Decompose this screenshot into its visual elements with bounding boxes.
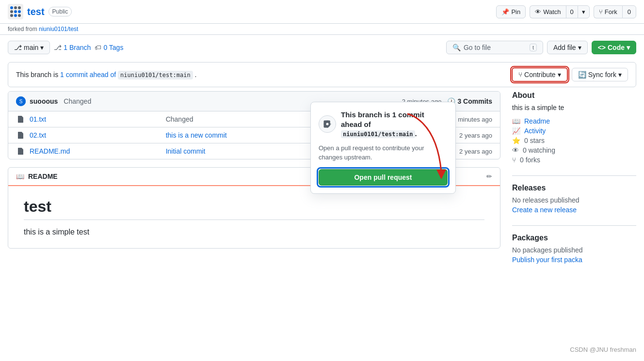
watch-main-button[interactable]: 👁 Watch [530,5,565,18]
about-title: About [512,91,636,100]
create-release-link[interactable]: Create a new release [512,206,577,214]
file-name-01[interactable]: 01.txt [30,115,162,123]
sidebar-forks: ⑂ 0 forks [512,156,636,164]
commit-link-readme[interactable]: Initial commit [166,147,206,155]
book-icon-sm: 📖 [512,117,520,125]
activity-icon: 📈 [512,127,520,135]
contribute-button[interactable]: ⑂ Contribute ▾ [512,67,568,82]
sidebar-readme-link: 📖 Readme [512,117,636,125]
branch-selector[interactable]: ⎇ main ▾ [8,41,50,54]
tags-info: 🏷 0 Tags [95,44,123,51]
svg-point-8 [14,14,17,17]
forks-count: 0 forks [520,156,540,164]
sidebar-activity-link: 📈 Activity [512,127,636,135]
dropdown-description: Open a pull request to contribute your c… [319,143,448,162]
open-pull-request-button[interactable]: Open pull request [319,169,448,186]
file-icon [16,115,26,123]
sidebar-about: About this is a simple te 📖 Readme 📈 Act… [512,91,636,164]
file-name-02[interactable]: 02.txt [30,131,162,139]
svg-text:S: S [19,99,23,104]
commit-message: Changed [64,97,91,105]
open-pr-wrapper: Open pull request [319,169,448,186]
sidebar-divider-2 [512,225,636,226]
publish-package-link[interactable]: Publish your first packa [512,256,582,264]
code-caret: ▾ [627,44,630,51]
branch-icon-2: ⎇ [54,44,62,51]
readme-heading: test [24,198,484,220]
commit-avatar: S [16,96,26,106]
contribute-caret: ▾ [558,71,561,78]
sidebar-divider-1 [512,175,636,176]
svg-point-12 [326,123,329,126]
fork-button-group: ⑂ Fork 0 [594,5,636,18]
readme-edit-button[interactable]: ✏ [486,173,492,180]
stars-count: 0 stars [524,137,545,144]
svg-point-2 [14,6,17,9]
banner-actions: ⑂ Contribute ▾ 🔄 Sync fork ▾ [512,67,628,82]
activity-link[interactable]: Activity [524,127,546,135]
dropdown-header: This branch is 1 commit ahead of niuniu0… [319,110,448,139]
file-name-readme[interactable]: README.md [30,147,162,155]
sidebar-packages: Packages No packages published Publish y… [512,234,636,264]
branch-banner: This branch is 1 commit ahead of niuniu0… [8,62,636,87]
readme-link[interactable]: Readme [524,117,550,125]
releases-title: Releases [512,184,636,192]
repo-sidebar: About this is a simple te 📖 Readme 📈 Act… [500,91,636,275]
tags-count-link[interactable]: 0 Tags [103,44,123,51]
book-icon: 📖 [16,173,24,180]
watching-count: 0 watching [523,146,555,154]
fork-main-button[interactable]: ⑂ Fork [594,5,622,18]
add-file-caret: ▾ [578,44,581,51]
branch-caret: ▾ [40,44,44,51]
dropdown-icon [319,115,336,133]
forked-from-link[interactable]: niuniu0101/test [39,26,78,32]
banner-suffix: . [195,71,197,78]
svg-point-1 [10,6,13,9]
svg-point-3 [18,6,21,9]
commit-ahead-link[interactable]: 1 commit ahead of [60,71,118,78]
no-packages-text: No packages published [512,246,636,254]
svg-point-5 [14,10,17,13]
dropdown-title: This branch is 1 commit ahead of niuniu0… [341,110,448,139]
svg-point-7 [10,14,13,17]
pin-button[interactable]: 📌 Pin [496,5,526,18]
tag-icon: 🏷 [95,44,101,51]
watch-button-group: 👁 Watch 0 ▾ [530,5,590,18]
sync-icon: 🔄 [578,71,586,78]
code-button[interactable]: <> Code ▾ [592,41,636,54]
star-icon: ⭐ [512,137,520,144]
about-desc: this is a simple te [512,104,636,111]
public-badge: Public [48,7,72,16]
file-icon [16,147,26,155]
readme-body: this is a simple test [24,228,484,236]
sync-fork-button[interactable]: 🔄 Sync fork ▾ [572,68,628,81]
sync-caret: ▾ [618,71,622,78]
repo-avatar [8,4,23,19]
fork-count[interactable]: 0 [622,5,636,18]
branch-info: ⎇ 1 Branch [54,44,91,51]
add-file-button[interactable]: Add file ▾ [547,41,588,54]
pin-icon: 📌 [501,8,509,16]
commit-user[interactable]: suooous [30,97,58,105]
contribute-dropdown: This branch is 1 commit ahead of niuniu0… [310,102,456,194]
no-releases-text: No releases published [512,196,636,204]
svg-point-6 [18,10,21,13]
watch-caret-button[interactable]: ▾ [578,5,590,18]
search-shortcut: t [530,44,537,51]
sidebar-stars: ⭐ 0 stars [512,137,636,144]
branch-banner-text: This branch is 1 commit ahead of niuniu0… [16,71,196,78]
branch-count-link[interactable]: 1 Branch [64,44,91,51]
sidebar-watching: 👁 0 watching [512,146,636,154]
eye-icon-sm: 👁 [512,146,519,154]
eye-icon: 👁 [535,8,541,16]
svg-point-4 [10,10,13,13]
banner-prefix: This branch is [16,71,58,78]
file-icon [16,131,26,139]
repo-name[interactable]: test [27,6,45,17]
go-to-file-button[interactable]: 🔍 Go to file t [446,41,543,54]
search-icon: 🔍 [452,44,461,51]
header-actions: 📌 Pin 👁 Watch 0 ▾ ⑂ Fork 0 [496,5,636,18]
repo-ref-code: niuniu0101/test:main [118,71,193,79]
commit-link-02[interactable]: this is a new commit [166,131,227,139]
watch-count: 0 [566,5,578,18]
